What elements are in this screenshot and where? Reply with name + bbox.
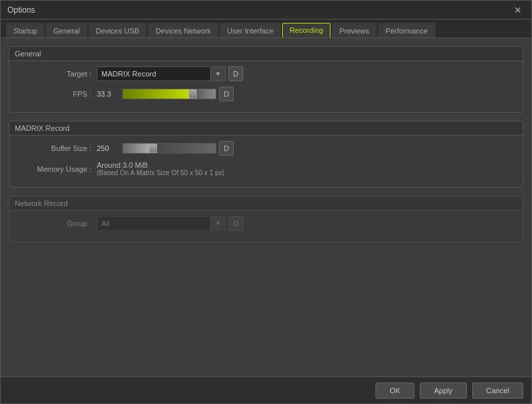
fps-value: 33.3 [97,90,118,98]
fps-row: FPS : 33.3 D [17,87,515,101]
fps-slider-wrapper: 33.3 [97,89,216,99]
tab-devices-usb[interactable]: Devices USB [89,23,147,38]
cancel-button[interactable]: Cancel [472,383,523,399]
close-button[interactable]: ✕ [511,3,525,17]
target-label: Target : [17,70,91,78]
group-label: Group : [17,219,91,228]
group-select-arrow: ▼ [211,216,226,231]
content-area: General Target : MADRIX Record ▼ D FPS : [1,38,531,376]
group-select-wrapper: All ▼ [97,216,226,231]
window-title: Options [7,5,35,15]
tab-devices-network[interactable]: Devices Network [148,23,218,38]
madrix-section: MADRIX Record Buffer Size : 250 [9,121,523,188]
tab-performance[interactable]: Performance [378,23,435,38]
memory-usage-text: Around 3.0 MiB (Based On A Matrix Size O… [97,161,224,176]
madrix-section-content: Buffer Size : 250 D [9,136,523,187]
buffer-slider-wrapper: 250 [97,143,216,154]
tab-bar: Startup General Devices USB Devices Netw… [1,19,531,38]
tab-user-interface[interactable]: User Interface [220,23,281,38]
options-window: Options ✕ Startup General Devices USB De… [0,0,532,404]
tab-previews[interactable]: Previews [332,23,377,38]
madrix-section-title: MADRIX Record [9,121,523,136]
ok-button[interactable]: OK [375,383,414,399]
fps-slider-thumb[interactable] [189,89,197,99]
memory-usage-label: Memory Usage : [17,165,91,173]
target-row: Target : MADRIX Record ▼ D [17,66,515,81]
memory-line1: Around 3.0 MiB [97,161,224,169]
buffer-slider-track [122,143,216,154]
title-bar: Options ✕ [1,1,531,19]
buffer-size-value: 250 [97,144,118,152]
general-section-title: General [9,47,523,61]
memory-usage-row: Memory Usage : Around 3.0 MiB (Based On … [17,161,515,176]
target-d-button[interactable]: D [228,66,243,81]
target-select-arrow: ▼ [211,66,226,81]
network-section-content: Group : All ▼ D [9,211,523,242]
tab-recording[interactable]: Recording [282,23,330,38]
fps-label: FPS : [17,90,91,98]
buffer-size-row: Buffer Size : 250 D [17,141,515,156]
group-row: Group : All ▼ D [17,216,515,231]
fps-d-button[interactable]: D [219,87,234,101]
buffer-slider-thumb[interactable] [149,144,157,153]
memory-line2: (Based On A Matrix Size Of 50 x 50 x 1 p… [97,169,224,176]
fps-slider-track [122,89,216,99]
buffer-d-button[interactable]: D [219,141,234,156]
target-select-wrapper: MADRIX Record ▼ [97,66,226,81]
apply-button[interactable]: Apply [420,383,467,399]
network-section: Network Record Group : All ▼ D [9,196,523,242]
buffer-size-label: Buffer Size : [17,144,91,152]
target-select[interactable]: MADRIX Record [97,66,211,81]
group-select[interactable]: All [97,216,211,231]
footer: OK Apply Cancel [1,376,531,403]
general-section: General Target : MADRIX Record ▼ D FPS : [9,46,523,113]
tab-general[interactable]: General [46,23,87,38]
general-section-content: Target : MADRIX Record ▼ D FPS : 33.3 [9,61,523,112]
tab-startup[interactable]: Startup [6,23,44,38]
group-d-button[interactable]: D [228,216,243,231]
network-section-title: Network Record [9,197,523,211]
